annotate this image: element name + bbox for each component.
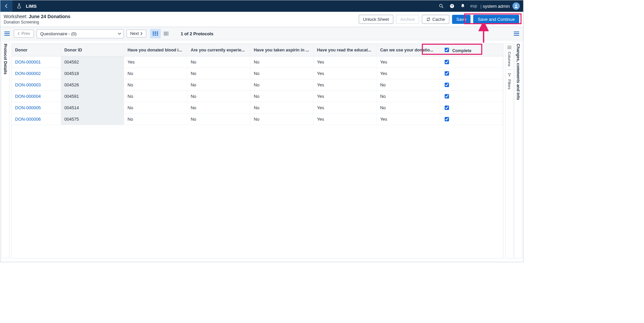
col-q4[interactable]: Have you read the educat... [313, 44, 377, 56]
cell-q2[interactable]: No [187, 114, 250, 125]
col-q5[interactable]: Can we use your donatio... [377, 44, 440, 56]
cell-donor[interactable]: DON-000006 [12, 114, 61, 125]
table-row[interactable]: DON-000006004575NoNoNoYesYes [12, 114, 503, 125]
cell-q1[interactable]: No [124, 68, 187, 79]
table-row[interactable]: DON-000003004526NoNoNoYesNo [12, 79, 503, 91]
cell-donor[interactable]: DON-000003 [12, 79, 61, 91]
donor-link[interactable]: DON-000001 [15, 59, 41, 65]
complete-checkbox[interactable] [445, 106, 449, 110]
table-row[interactable]: DON-000002004518NoNoNoYesYes [12, 68, 503, 79]
cell-q2[interactable]: No [187, 102, 250, 114]
worksheet-name: June 24 Donations [29, 14, 70, 19]
cell-donor-id[interactable]: 004514 [61, 102, 124, 114]
cell-donor-id[interactable]: 004526 [61, 79, 124, 91]
unlock-sheet-button[interactable]: Unlock Sheet [359, 15, 393, 24]
refresh-icon [426, 17, 431, 22]
donor-link[interactable]: DON-000006 [15, 117, 41, 122]
cell-donor-id[interactable]: 004575 [61, 114, 124, 125]
cell-q2[interactable]: No [187, 56, 250, 68]
cell-q2[interactable]: No [187, 79, 250, 91]
select-all-complete-checkbox[interactable] [445, 48, 449, 52]
table-view-button[interactable] [161, 29, 171, 38]
cell-q1[interactable]: No [124, 91, 187, 102]
filters-toggle[interactable]: Filters [507, 79, 511, 89]
cell-complete[interactable] [440, 114, 503, 125]
complete-checkbox[interactable] [445, 71, 449, 76]
table-row[interactable]: DON-000001004582YesNoNoYesYes [12, 56, 503, 68]
prev-protocol-button[interactable]: Prev [14, 30, 34, 38]
complete-checkbox[interactable] [445, 83, 449, 87]
cell-q4[interactable]: Yes [313, 102, 377, 114]
protocol-details-label: Protocol Details [3, 44, 8, 74]
col-q2[interactable]: Are you currently experie... [187, 44, 250, 56]
cell-q5[interactable]: No [377, 91, 440, 102]
cell-complete[interactable] [440, 79, 503, 91]
cell-complete[interactable] [440, 102, 503, 114]
col-donor[interactable]: Donor [12, 44, 61, 56]
cell-complete[interactable] [440, 56, 503, 68]
cell-q1[interactable]: Yes [124, 56, 187, 68]
cell-q4[interactable]: Yes [313, 114, 377, 125]
right-panel-toggle[interactable] [512, 27, 521, 40]
cell-q3[interactable]: No [250, 56, 313, 68]
cell-donor-id[interactable]: 004591 [61, 91, 124, 102]
cell-q5[interactable]: No [377, 102, 440, 114]
notifications-button[interactable] [460, 3, 465, 9]
grid-view-button[interactable] [150, 29, 161, 38]
cache-button[interactable]: Cache [422, 15, 449, 24]
donor-link[interactable]: DON-000004 [15, 94, 41, 99]
cell-q1[interactable]: No [124, 79, 187, 91]
col-complete[interactable]: Complete [440, 44, 503, 56]
user-avatar[interactable] [512, 2, 520, 10]
cell-complete[interactable] [440, 91, 503, 102]
cell-donor[interactable]: DON-000001 [12, 56, 61, 68]
cell-donor-id[interactable]: 004582 [61, 56, 124, 68]
donor-link[interactable]: DON-000003 [15, 82, 41, 87]
username-label[interactable]: system admin [483, 4, 510, 9]
col-q1[interactable]: Have you donated blood i... [124, 44, 187, 56]
cell-q2[interactable]: No [187, 91, 250, 102]
cell-q3[interactable]: No [250, 68, 313, 79]
complete-checkbox[interactable] [445, 60, 449, 64]
columns-toggle[interactable]: Columns [507, 52, 511, 66]
cell-q2[interactable]: No [187, 68, 250, 79]
cell-q5[interactable]: Yes [377, 56, 440, 68]
cell-q5[interactable]: No [377, 79, 440, 91]
protocol-details-rail[interactable]: Protocol Details [1, 41, 9, 258]
cell-donor[interactable]: DON-000004 [12, 91, 61, 102]
col-q3[interactable]: Have you taken aspirin in ... [250, 44, 313, 56]
cell-q1[interactable]: No [124, 102, 187, 114]
cell-q3[interactable]: No [250, 114, 313, 125]
donor-link[interactable]: DON-000005 [15, 105, 41, 110]
next-protocol-button[interactable]: Next [127, 30, 147, 38]
search-button[interactable] [439, 3, 444, 9]
save-and-continue-button[interactable]: Save and Continue [473, 15, 519, 24]
complete-checkbox[interactable] [445, 117, 449, 121]
cell-q3[interactable]: No [250, 91, 313, 102]
table-row[interactable]: DON-000004004591NoNoNoYesNo [12, 91, 503, 102]
cell-donor[interactable]: DON-000002 [12, 68, 61, 79]
cell-complete[interactable] [440, 68, 503, 79]
cell-q3[interactable]: No [250, 79, 313, 91]
cell-q1[interactable]: No [124, 114, 187, 125]
cell-donor-id[interactable]: 004518 [61, 68, 124, 79]
col-donor-id[interactable]: Donor ID [61, 44, 124, 56]
left-panel-toggle[interactable] [3, 27, 11, 40]
protocol-select[interactable]: Questionnaire - (0) [37, 29, 124, 38]
changes-rail[interactable]: Changes, comments and info [514, 41, 522, 258]
cell-donor[interactable]: DON-000005 [12, 102, 61, 114]
cell-q4[interactable]: Yes [313, 91, 377, 102]
donor-link[interactable]: DON-000002 [15, 71, 41, 76]
back-button[interactable] [0, 0, 12, 12]
complete-checkbox[interactable] [445, 94, 449, 98]
save-button[interactable]: Save [452, 15, 471, 24]
cell-q4[interactable]: Yes [313, 68, 377, 79]
help-icon: ? [449, 3, 455, 9]
cell-q4[interactable]: Yes [313, 79, 377, 91]
cell-q5[interactable]: Yes [377, 68, 440, 79]
cell-q3[interactable]: No [250, 102, 313, 114]
table-row[interactable]: DON-000005004514NoNoNoYesNo [12, 102, 503, 114]
help-button[interactable]: ? [449, 3, 455, 9]
cell-q4[interactable]: Yes [313, 56, 377, 68]
cell-q5[interactable]: Yes [377, 114, 440, 125]
